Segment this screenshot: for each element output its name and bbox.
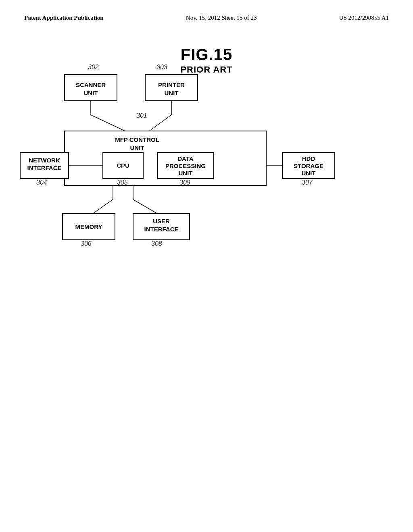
ref-301: 301 <box>136 112 147 119</box>
userif-label-line1: USER <box>153 218 170 224</box>
header-publication-label: Patent Application Publication <box>24 15 104 21</box>
svg-line-3 <box>149 115 171 131</box>
ref-306: 306 <box>81 240 92 247</box>
dataproc-label-line3: UNIT <box>179 170 193 177</box>
printer-label-line2: UNIT <box>165 89 179 96</box>
cpu-label: CPU <box>117 162 129 169</box>
hdd-label-line3: UNIT <box>302 170 316 177</box>
mfp-label-line1: MFP CONTROL <box>115 136 159 143</box>
ref-304: 304 <box>36 179 47 186</box>
svg-line-9 <box>133 200 157 214</box>
mfp-label-line2: UNIT <box>130 144 144 151</box>
ref-308: 308 <box>151 240 162 247</box>
header-date-sheet: Nov. 15, 2012 Sheet 15 of 23 <box>186 15 257 21</box>
hdd-label-line1: HDD <box>302 155 315 162</box>
header-patent-number: US 2012/290855 A1 <box>339 15 389 21</box>
printer-label-line1: PRINTER <box>158 81 185 88</box>
ref-303: 303 <box>156 64 167 71</box>
dataproc-label-line2: PROCESSING <box>165 162 206 169</box>
diagram-svg: 302 303 SCANNER UNIT PRINTER UNIT 301 MF… <box>0 52 413 359</box>
ref-305: 305 <box>117 179 128 186</box>
svg-line-7 <box>93 200 113 214</box>
svg-line-1 <box>91 115 125 131</box>
userif-label-line2: INTERFACE <box>144 226 178 233</box>
ref-309: 309 <box>179 179 190 186</box>
page-header: Patent Application Publication Nov. 15, … <box>0 0 413 21</box>
network-label-line2: INTERFACE <box>27 164 61 171</box>
scanner-label-line1: SCANNER <box>76 81 106 88</box>
dataproc-label-line1: DATA <box>177 155 194 162</box>
network-label-line1: NETWORK <box>29 157 60 164</box>
memory-label: MEMORY <box>75 223 102 230</box>
hdd-label-line2: STORAGE <box>294 162 323 169</box>
ref-307: 307 <box>302 179 313 186</box>
ref-302: 302 <box>88 64 99 71</box>
scanner-label-line2: UNIT <box>84 89 98 96</box>
